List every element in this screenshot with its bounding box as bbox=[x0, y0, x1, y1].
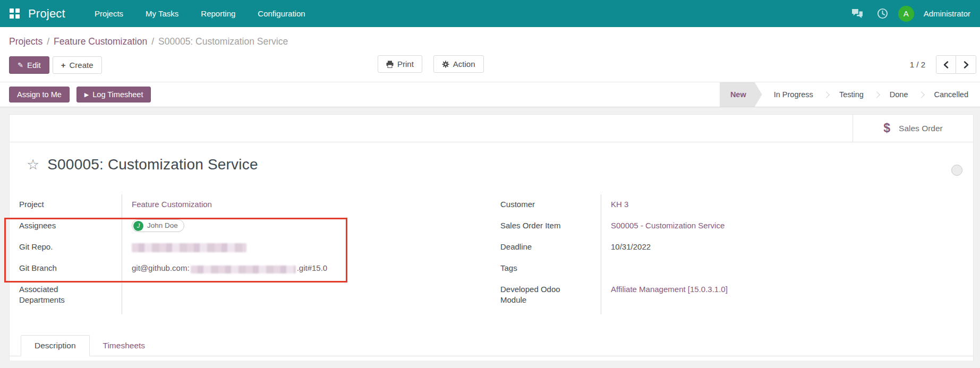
tab-description[interactable]: Description bbox=[21, 335, 90, 356]
breadcrumb-separator: / bbox=[47, 36, 49, 47]
activities-clock-icon[interactable] bbox=[873, 4, 893, 24]
print-button[interactable]: Print bbox=[378, 55, 422, 73]
log-timesheet-button[interactable]: ▶ Log Timesheet bbox=[76, 87, 151, 102]
user-avatar[interactable]: A bbox=[898, 6, 914, 22]
stage-testing[interactable]: Testing bbox=[828, 82, 875, 107]
tags-value[interactable] bbox=[601, 258, 973, 279]
fields-right-column: Customer KH 3 Sales Order Item S00005 - … bbox=[491, 194, 973, 314]
developed-odoo-module-link[interactable]: Affiliate Management [15.0.3.1.0] bbox=[611, 285, 728, 294]
field-row-deadline: Deadline 10/31/2022 bbox=[500, 237, 973, 258]
breadcrumb-feature-customization[interactable]: Feature Customization bbox=[54, 36, 147, 47]
pager bbox=[936, 55, 976, 74]
status-bar: Assign to Me ▶ Log Timesheet New In Prog… bbox=[0, 82, 980, 107]
git-branch-value: git@github.com:.git#15.0 bbox=[122, 258, 491, 279]
assignee-tag[interactable]: J John Doe bbox=[132, 219, 184, 232]
stage-pipeline: New In Progress Testing Done Cancelled bbox=[720, 82, 980, 107]
assign-to-me-button[interactable]: Assign to Me bbox=[9, 87, 70, 102]
control-panel-buttons: ✎ Edit + Create Print bbox=[9, 55, 980, 75]
breadcrumb-separator: / bbox=[151, 36, 154, 47]
field-label: Developed Odoo Module bbox=[500, 279, 601, 314]
field-label: Project bbox=[19, 194, 122, 216]
field-label: Git Repo. bbox=[19, 237, 122, 258]
assignee-avatar: J bbox=[133, 221, 143, 231]
stage-cancelled[interactable]: Cancelled bbox=[923, 82, 980, 107]
project-link[interactable]: Feature Customization bbox=[132, 200, 212, 209]
tab-timesheets[interactable]: Timesheets bbox=[90, 336, 159, 356]
pager-counter: 1 / 2 bbox=[910, 60, 925, 69]
sales-order-smart-button[interactable]: $ Sales Order bbox=[853, 115, 973, 142]
field-row-tags: Tags bbox=[500, 258, 973, 279]
notebook-tabs: Description Timesheets bbox=[10, 334, 973, 356]
create-button[interactable]: + Create bbox=[53, 56, 102, 74]
stage-in-progress[interactable]: In Progress bbox=[762, 82, 825, 107]
nav-item-reporting[interactable]: Reporting bbox=[190, 0, 246, 27]
field-row-git-repo: Git Repo. bbox=[19, 237, 491, 258]
navbar-right: A Administrator bbox=[847, 4, 973, 24]
deadline-value: 10/31/2022 bbox=[601, 237, 973, 258]
field-row-customer: Customer KH 3 bbox=[500, 194, 973, 216]
field-label: Customer bbox=[500, 194, 601, 216]
breadcrumb-projects[interactable]: Projects bbox=[9, 36, 42, 47]
pencil-icon: ✎ bbox=[18, 62, 23, 69]
redacted-git-repo-value bbox=[132, 243, 246, 252]
sheet-background: $ Sales Order ☆ S00005: Customization Se… bbox=[0, 107, 980, 361]
task-form-sheet: $ Sales Order ☆ S00005: Customization Se… bbox=[9, 114, 974, 361]
stage-done[interactable]: Done bbox=[878, 82, 920, 107]
smart-button-row: $ Sales Order bbox=[10, 115, 973, 142]
pager-previous-button[interactable] bbox=[936, 56, 956, 73]
stage-new[interactable]: New bbox=[720, 82, 762, 107]
field-row-git-branch: Git Branch git@github.com:.git#15.0 bbox=[19, 258, 491, 279]
sales-order-item-link[interactable]: S00005 - Customization Service bbox=[611, 221, 725, 230]
field-row-assignees: Assignees J John Doe bbox=[19, 216, 491, 237]
field-row-developed-odoo-module: Developed Odoo Module Affiliate Manageme… bbox=[500, 279, 973, 314]
favorite-star-icon[interactable]: ☆ bbox=[27, 158, 39, 172]
field-row-associated-departments: Associated Departments bbox=[19, 279, 491, 314]
fields-area: Project Feature Customization Assignees … bbox=[10, 194, 973, 314]
redacted-git-branch-segment bbox=[191, 266, 296, 273]
nav-item-configuration[interactable]: Configuration bbox=[246, 0, 316, 27]
pager-next-button[interactable] bbox=[956, 56, 976, 73]
nav-menu: Projects My Tasks Reporting Configuratio… bbox=[83, 0, 317, 27]
field-label: Deadline bbox=[500, 237, 601, 258]
associated-departments-value[interactable] bbox=[122, 279, 491, 314]
task-title: S00005: Customization Service bbox=[47, 156, 258, 173]
breadcrumb: Projects/Feature Customization/S00005: C… bbox=[9, 34, 980, 49]
apps-grid-icon[interactable] bbox=[10, 8, 20, 19]
dollar-icon: $ bbox=[883, 121, 890, 135]
field-label: Associated Departments bbox=[19, 279, 122, 314]
action-button[interactable]: Action bbox=[433, 55, 484, 73]
field-label: Git Branch bbox=[19, 258, 122, 279]
breadcrumb-current: S00005: Customization Service bbox=[158, 36, 288, 47]
play-icon: ▶ bbox=[84, 92, 89, 98]
nav-item-my-tasks[interactable]: My Tasks bbox=[134, 0, 190, 27]
field-label: Tags bbox=[500, 258, 601, 279]
control-panel: Projects/Feature Customization/S00005: C… bbox=[0, 27, 980, 82]
kanban-state-indicator[interactable] bbox=[951, 165, 962, 176]
user-name[interactable]: Administrator bbox=[924, 9, 970, 18]
customer-link[interactable]: KH 3 bbox=[611, 200, 628, 209]
field-label: Assignees bbox=[19, 216, 122, 237]
app-brand[interactable]: Project bbox=[28, 7, 65, 21]
field-row-project: Project Feature Customization bbox=[19, 194, 491, 216]
field-row-sales-order-item: Sales Order Item S00005 - Customization … bbox=[500, 216, 973, 237]
messages-icon[interactable] bbox=[847, 4, 867, 24]
title-row: ☆ S00005: Customization Service bbox=[10, 142, 973, 173]
field-label: Sales Order Item bbox=[500, 216, 601, 237]
plus-icon: + bbox=[61, 61, 66, 69]
top-navbar: Project Projects My Tasks Reporting Conf… bbox=[0, 0, 980, 27]
gear-icon bbox=[442, 61, 449, 68]
nav-item-projects[interactable]: Projects bbox=[83, 0, 134, 27]
assignee-name: John Doe bbox=[147, 220, 178, 231]
printer-icon bbox=[386, 61, 394, 68]
edit-button[interactable]: ✎ Edit bbox=[9, 56, 49, 74]
fields-left-column: Project Feature Customization Assignees … bbox=[10, 194, 491, 314]
